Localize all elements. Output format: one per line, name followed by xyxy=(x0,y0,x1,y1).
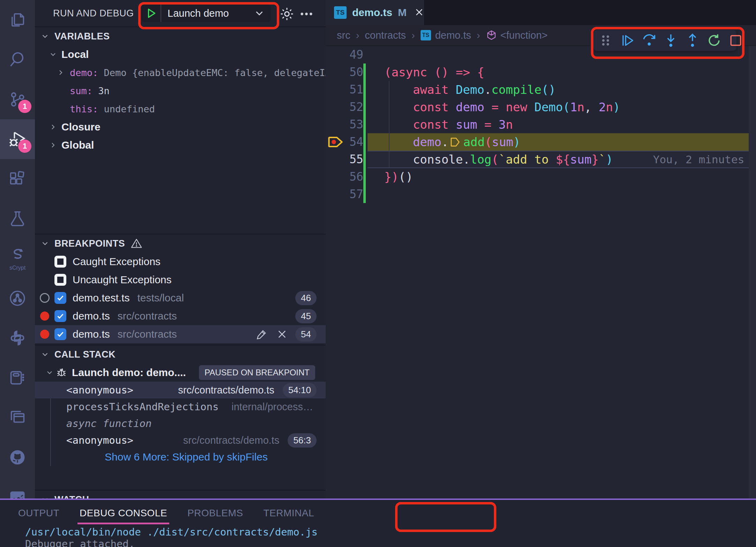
code-line-content[interactable]: demo.add(sum) xyxy=(368,133,749,151)
variable-row[interactable]: this: undefined xyxy=(35,100,326,118)
stack-frame-row[interactable]: <anonymous>src/contracts/demo.ts56:3 xyxy=(35,432,326,449)
stack-frame-row[interactable]: processTicksAndRejectionsinternal/proces… xyxy=(35,398,326,415)
code-line[interactable]: 55 console.log(`add to ${sum}`)You, 2 mi… xyxy=(326,151,756,168)
breadcrumb-item[interactable]: TSdemo.ts xyxy=(421,30,471,41)
code-editor[interactable]: 4950(async () => {51 await Demo.compile(… xyxy=(326,46,756,203)
restart-icon[interactable] xyxy=(706,33,722,48)
breakpoint-gutter[interactable] xyxy=(326,151,348,168)
step-out-icon[interactable] xyxy=(685,33,700,48)
breakpoint-gutter[interactable] xyxy=(326,81,348,98)
code-line-content[interactable]: await Demo.compile() xyxy=(368,81,749,98)
chevron-right-icon[interactable] xyxy=(57,68,65,77)
activity-bar-item-extensions[interactable] xyxy=(0,159,35,199)
stack-frame-row[interactable]: <anonymous>src/contracts/demo.ts54:10 xyxy=(35,382,326,398)
stop-icon[interactable] xyxy=(728,33,743,48)
breakpoint-gutter[interactable] xyxy=(326,168,348,186)
panel-tab-problems[interactable]: PROBLEMS xyxy=(187,508,243,519)
start-debug-icon[interactable] xyxy=(142,5,161,22)
continue-icon[interactable] xyxy=(620,33,635,48)
code-line-content[interactable]: const demo = new Demo(1n, 2n) xyxy=(368,98,749,116)
code-token: const xyxy=(413,118,456,132)
panel-tab-terminal[interactable]: TERMINAL xyxy=(264,508,314,519)
gripper-icon[interactable] xyxy=(598,33,614,48)
section-header[interactable]: CALL STACK xyxy=(35,345,326,364)
call-stack-session-row[interactable]: Launch demo: demo....PAUSED ON BREAKPOIN… xyxy=(35,364,326,382)
chevron-down-icon[interactable] xyxy=(253,7,271,19)
code-line[interactable]: 53 const sum = 3n xyxy=(326,116,756,133)
debug-pointer-breakpoint-icon[interactable] xyxy=(326,133,348,151)
exception-breakpoint-row[interactable]: Caught Exceptions xyxy=(35,253,326,271)
variable-scope-row[interactable]: Local xyxy=(35,45,326,63)
activity-bar-item-notebook[interactable] xyxy=(0,358,35,398)
checkbox[interactable] xyxy=(54,310,66,322)
code-line-content[interactable]: console.log(`add to ${sum}`)You, 2 minut… xyxy=(368,151,749,168)
launch-config-label[interactable]: Launch demo xyxy=(161,8,253,19)
editor-scrollbar[interactable] xyxy=(749,46,756,499)
activity-bar-item-github[interactable] xyxy=(0,437,35,477)
section-header-label: CALL STACK xyxy=(54,349,116,360)
close-icon[interactable] xyxy=(276,329,288,340)
activity-bar-item-source-control[interactable]: 1 xyxy=(0,80,35,119)
step-over-icon[interactable] xyxy=(642,33,657,48)
code-line-content[interactable]: (async () => { xyxy=(368,63,749,81)
tab-label[interactable]: demo.ts xyxy=(352,7,392,18)
code-line-content[interactable]: })() xyxy=(368,168,749,186)
code-line[interactable]: 57 xyxy=(326,186,756,203)
section-header[interactable]: VARIABLES xyxy=(35,27,326,45)
activity-bar-item-scrypt[interactable]: sCrypt xyxy=(0,239,35,278)
section-header[interactable]: BREAKPOINTS xyxy=(35,234,326,253)
chevron-down-icon[interactable] xyxy=(49,50,57,59)
code-line[interactable]: 56})() xyxy=(326,168,756,186)
gear-icon[interactable] xyxy=(279,6,295,22)
variable-scope-row[interactable]: Closure xyxy=(35,118,326,136)
breakpoint-row[interactable]: demo.tssrc/contracts45 xyxy=(35,307,326,325)
variable-row[interactable]: sum: 3n xyxy=(35,82,326,100)
launch-config-dropdown[interactable]: Launch demo xyxy=(142,5,271,22)
code-line[interactable]: 50(async () => { xyxy=(326,63,756,81)
code-line-content[interactable]: const sum = 3n xyxy=(368,116,749,133)
checkbox[interactable] xyxy=(54,274,66,286)
breadcrumb-item[interactable]: src xyxy=(337,30,350,41)
activity-bar-item-network-share[interactable] xyxy=(0,278,35,318)
code-line[interactable]: 54 demo.add(sum) xyxy=(326,133,756,151)
checkbox[interactable] xyxy=(54,292,66,304)
breakpoint-gutter[interactable] xyxy=(326,186,348,203)
pencil-icon[interactable] xyxy=(256,329,267,340)
activity-bar-item-run-debug[interactable]: 1 xyxy=(0,119,35,159)
activity-bar-item-testing[interactable] xyxy=(0,199,35,239)
stack-frame-row[interactable]: async function xyxy=(35,415,326,432)
show-more-link[interactable]: Show 6 More: Skipped by skipFiles xyxy=(105,451,268,463)
panel-tab-output[interactable]: OUTPUT xyxy=(18,508,59,519)
checkbox[interactable] xyxy=(54,328,66,340)
breakpoint-gutter[interactable] xyxy=(326,98,348,116)
variable-scope-row[interactable]: Global xyxy=(35,136,326,154)
activity-bar-item-files[interactable] xyxy=(0,0,35,40)
breadcrumb-item[interactable]: <function> xyxy=(486,30,548,41)
show-more-row[interactable]: Show 6 More: Skipped by skipFiles xyxy=(35,449,326,465)
variable-row[interactable]: demo: Demo {enableUpdateEMC: false, dele… xyxy=(35,63,326,82)
checkbox[interactable] xyxy=(54,256,66,268)
activity-bar-item-python[interactable] xyxy=(0,318,35,358)
exception-breakpoint-row[interactable]: Uncaught Exceptions xyxy=(35,271,326,289)
chevron-right-icon[interactable] xyxy=(49,141,57,149)
chevron-down-icon[interactable] xyxy=(45,368,54,377)
debug-console-output[interactable]: /usr/local/bin/node ./dist/src/contracts… xyxy=(0,526,756,547)
code-line-content[interactable] xyxy=(368,186,749,203)
more-actions-icon[interactable] xyxy=(299,6,314,22)
breakpoint-gutter[interactable] xyxy=(326,63,348,81)
code-line[interactable]: 52 const demo = new Demo(1n, 2n) xyxy=(326,98,756,116)
activity-bar-item-search[interactable] xyxy=(0,40,35,80)
breakpoint-row[interactable]: demo.test.tstests/local46 xyxy=(35,289,326,307)
breakpoint-gutter[interactable] xyxy=(326,116,348,133)
breakpoint-gutter[interactable] xyxy=(326,46,348,63)
breakpoint-row[interactable]: demo.tssrc/contracts54 xyxy=(35,325,326,343)
chevron-right-icon[interactable] xyxy=(49,123,57,131)
step-into-icon[interactable] xyxy=(663,33,679,48)
tab-demo-ts[interactable]: TS demo.ts M xyxy=(326,0,425,25)
code-token: n xyxy=(506,118,513,132)
breadcrumb-item[interactable]: contracts xyxy=(365,30,406,41)
close-icon[interactable] xyxy=(414,7,424,18)
panel-tab-debug-console[interactable]: DEBUG CONSOLE xyxy=(80,508,167,519)
code-line[interactable]: 51 await Demo.compile() xyxy=(326,81,756,98)
activity-bar-item-windows[interactable] xyxy=(0,398,35,437)
